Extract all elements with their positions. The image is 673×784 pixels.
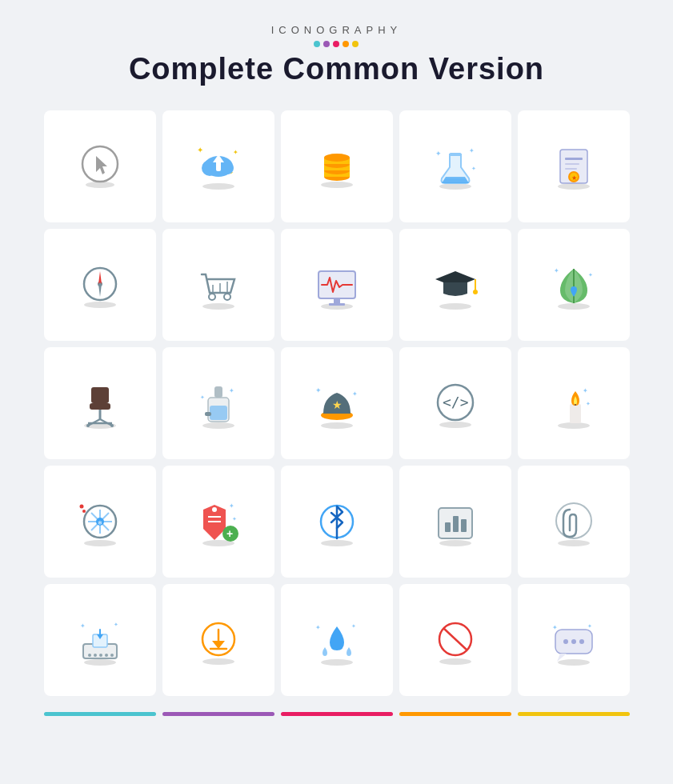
monitor-pulse-icon — [309, 257, 365, 313]
svg-rect-70 — [210, 406, 227, 420]
svg-text:✦: ✦ — [552, 624, 558, 631]
svg-text:✦: ✦ — [588, 272, 593, 278]
svg-point-19 — [324, 154, 350, 162]
svg-rect-68 — [214, 386, 222, 398]
water-dispenser-icon: ✦ ✦ — [190, 375, 246, 431]
bottom-bar-orange — [399, 712, 511, 716]
price-tag-add-icon: ✦ ✦ + — [190, 494, 246, 550]
svg-line-135 — [443, 628, 467, 650]
svg-text:✦: ✦ — [315, 624, 321, 631]
svg-point-51 — [473, 290, 478, 294]
svg-point-33 — [84, 302, 116, 308]
chart-box-icon — [427, 494, 483, 550]
icon-cell-graduation-cap — [399, 229, 511, 341]
bottom-bar-purple — [162, 712, 274, 716]
svg-point-133 — [439, 658, 471, 665]
svg-point-38 — [202, 303, 234, 310]
icon-cell-water-dispenser: ✦ ✦ — [162, 347, 274, 459]
svg-rect-27 — [565, 158, 583, 160]
bottom-bars — [44, 712, 630, 716]
svg-point-25 — [558, 183, 590, 190]
svg-text:✦: ✦ — [315, 386, 322, 394]
no-sign-icon — [427, 612, 483, 668]
svg-point-142 — [571, 639, 576, 644]
svg-point-39 — [209, 294, 215, 300]
svg-rect-108 — [445, 522, 451, 532]
page-title: Complete Common Version — [129, 52, 544, 86]
icon-cell-scanner: ✦ ✦ — [44, 584, 156, 696]
svg-point-136 — [558, 659, 590, 666]
icon-cell-chat-bubble: ✦ ✦ — [518, 584, 630, 696]
svg-point-63 — [86, 424, 90, 427]
svg-text:</>: </> — [443, 394, 469, 410]
svg-rect-71 — [205, 412, 211, 416]
icon-cell-chart-box — [399, 466, 511, 578]
svg-point-106 — [439, 540, 471, 546]
bottom-bar-pink — [281, 712, 393, 716]
brand-title: ICONOGRAPHY — [129, 24, 544, 36]
svg-point-117 — [88, 654, 91, 657]
svg-text:✦: ✦ — [583, 387, 588, 394]
svg-text:✦: ✦ — [200, 394, 205, 400]
icon-cell-cloud-upload: ✦ ✦ ✦ — [162, 110, 274, 222]
svg-point-9 — [221, 162, 234, 174]
svg-text:✦: ✦ — [352, 390, 358, 398]
paperclip-icon — [546, 494, 602, 550]
svg-point-64 — [110, 424, 114, 427]
icon-cell-price-tag-add: ✦ ✦ + — [162, 466, 274, 578]
svg-point-12 — [321, 182, 353, 188]
svg-text:✦: ✦ — [471, 166, 476, 171]
svg-point-100 — [212, 507, 217, 512]
svg-marker-37 — [98, 284, 102, 297]
dot-cyan — [314, 41, 320, 47]
cursor-icon — [72, 138, 128, 194]
svg-point-112 — [556, 503, 591, 538]
icon-cell-database-coins — [281, 110, 393, 222]
svg-text:✦: ✦ — [554, 267, 559, 274]
scanner-icon: ✦ ✦ — [72, 612, 128, 668]
shopping-cart-icon — [190, 257, 246, 313]
chat-bubble-icon: ✦ ✦ — [546, 612, 602, 668]
svg-point-65 — [202, 422, 234, 429]
icon-cell-monitor-pulse — [281, 229, 393, 341]
leaf-drop-icon: ✦ ✦ — [546, 257, 602, 313]
svg-point-87 — [82, 510, 86, 513]
dot-orange — [343, 41, 349, 47]
svg-point-119 — [99, 654, 102, 657]
icon-cell-compass — [44, 229, 156, 341]
svg-point-48 — [439, 303, 471, 310]
svg-marker-36 — [98, 271, 102, 284]
icon-cell-code-tag: </> — [399, 347, 511, 459]
svg-text:✦: ✦ — [229, 502, 234, 510]
svg-point-52 — [558, 303, 590, 310]
svg-point-120 — [105, 654, 108, 657]
graduation-cap-icon — [427, 257, 483, 313]
svg-point-77 — [439, 422, 471, 428]
svg-text:✦: ✦ — [80, 622, 86, 630]
database-coins-icon — [309, 138, 365, 194]
icon-cell-paperclip — [518, 466, 630, 578]
svg-text:✦: ✦ — [232, 516, 237, 522]
cap-star-icon: ✦ ✦ ★ — [309, 375, 365, 431]
svg-point-80 — [558, 422, 590, 429]
icon-cell-no-sign — [399, 584, 511, 696]
dot-purple — [323, 41, 330, 47]
svg-point-118 — [94, 654, 97, 657]
icon-cell-cursor — [44, 110, 156, 222]
svg-point-85 — [84, 540, 116, 546]
svg-rect-110 — [461, 519, 467, 532]
svg-rect-47 — [329, 303, 345, 306]
download-circle-icon — [190, 612, 246, 668]
svg-rect-29 — [565, 168, 577, 170]
icon-cell-download-circle — [162, 584, 274, 696]
icon-cell-compass-snow: ❄ — [44, 466, 156, 578]
svg-text:✦: ✦ — [114, 622, 118, 627]
svg-text:✦: ✦ — [435, 150, 442, 158]
svg-text:✦: ✦ — [469, 147, 475, 154]
icon-cell-shopping-cart — [162, 229, 274, 341]
cloud-upload-icon: ✦ ✦ ✦ — [190, 138, 246, 194]
svg-text:★: ★ — [571, 174, 577, 182]
svg-text:❄: ❄ — [98, 520, 102, 526]
icon-cell-leaf-drop: ✦ ✦ — [518, 229, 630, 341]
svg-marker-2 — [96, 156, 107, 174]
